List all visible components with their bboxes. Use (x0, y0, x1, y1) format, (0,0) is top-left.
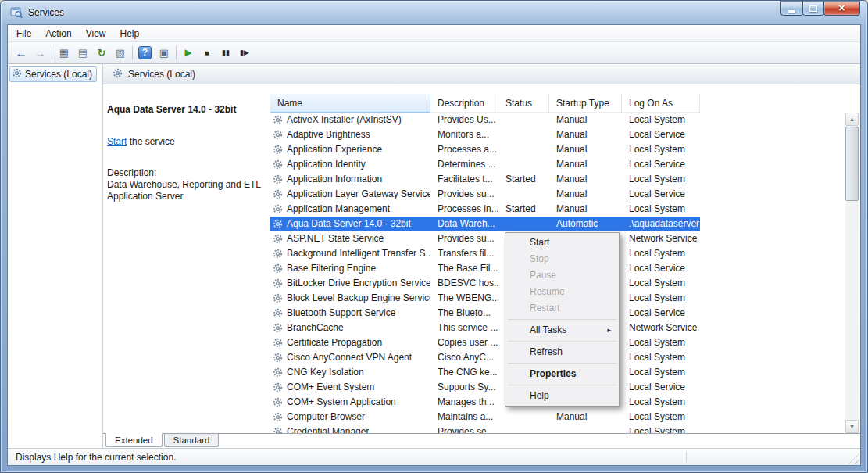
service-row-background-intelligent-transfer-s[interactable]: Background Intelligent Transfer S...Tran… (270, 246, 700, 261)
status-divider (686, 452, 687, 462)
service-row-application-layer-gateway-service[interactable]: Application Layer Gateway ServiceProvide… (270, 187, 700, 202)
properties-icon[interactable]: ▧ (111, 44, 130, 61)
column-header-log-on-as[interactable]: Log On As (622, 94, 700, 113)
service-name-label: BranchCache (287, 321, 344, 335)
service-description-cell: The WBENG... (430, 291, 498, 306)
service-description-cell: Provides su... (430, 231, 498, 246)
menu-file[interactable]: File (9, 26, 38, 41)
service-row-certificate-propagation[interactable]: Certificate PropagationCopies user ...Lo… (270, 335, 700, 350)
service-name-label: Credential Manager (287, 425, 369, 433)
title-bar[interactable]: Services (1, 1, 867, 23)
context-menu-properties[interactable]: Properties (506, 366, 618, 382)
service-row-cisco-anyconnect-vpn-agent[interactable]: Cisco AnyConnect VPN AgentCisco AnyC...L… (270, 350, 700, 365)
service-row-application-experience[interactable]: Application ExperienceProcesses a...Manu… (270, 142, 700, 157)
service-row-aqua-data-server-14-0-32bit[interactable]: Aqua Data Server 14.0 - 32bitData Wareh.… (270, 217, 700, 231)
service-name-cell: COM+ Event System (270, 380, 430, 395)
tree-item-label: Services (Local) (25, 69, 92, 80)
service-gear-icon (273, 338, 283, 348)
context-menu-separator (508, 319, 616, 320)
client-area: FileActionViewHelp ←→▦▤↻▧?▣▶■▮▮▮▶ Servic… (7, 24, 861, 466)
service-startup-type-cell: Manual (549, 157, 622, 172)
service-name-label: Bluetooth Support Service (287, 306, 395, 321)
service-description-cell: The Base Fil... (430, 261, 498, 276)
show-console-tree-icon[interactable]: ▦ (55, 44, 73, 61)
service-log-on-as-cell: Local Service (622, 157, 700, 172)
service-row-asp-net-state-service[interactable]: ASP.NET State ServiceProvides su...Netwo… (270, 231, 700, 246)
service-row-branchcache[interactable]: BranchCacheThis service ...Network Servi… (270, 321, 700, 335)
scroll-down-button[interactable]: ▼ (845, 420, 859, 433)
service-gear-icon (273, 412, 283, 422)
menu-help[interactable]: Help (113, 26, 147, 41)
close-button[interactable]: × (823, 1, 860, 16)
column-header-startup-type[interactable]: Startup Type (549, 94, 622, 113)
service-startup-type-cell: Manual (549, 172, 622, 187)
service-name-cell: Aqua Data Server 14.0 - 32bit (270, 217, 430, 231)
column-header-description[interactable]: Description (430, 94, 498, 113)
service-status-cell (498, 157, 549, 172)
tab-extended[interactable]: Extended (105, 433, 163, 447)
context-menu-pause: Pause (506, 267, 618, 284)
stop-service-icon[interactable]: ■ (198, 44, 216, 61)
service-gear-icon (273, 234, 283, 244)
service-row-bluetooth-support-service[interactable]: Bluetooth Support ServiceThe Blueto...Lo… (270, 306, 700, 321)
service-log-on-as-cell: Local System (622, 410, 700, 425)
refresh-icon[interactable]: ↻ (92, 44, 111, 61)
service-description-cell: Provides su... (430, 187, 498, 202)
start-service-link[interactable]: Start (107, 136, 127, 147)
menu-view[interactable]: View (79, 26, 113, 41)
service-row-cng-key-isolation[interactable]: CNG Key IsolationThe CNG ke...Local Syst… (270, 365, 700, 380)
service-gear-icon (273, 219, 283, 229)
service-row-block-level-backup-engine-service[interactable]: Block Level Backup Engine ServiceThe WBE… (270, 291, 700, 306)
service-startup-type-cell (549, 425, 622, 433)
service-gear-icon (273, 145, 283, 155)
service-row-bitlocker-drive-encryption-service[interactable]: BitLocker Drive Encryption ServiceBDESVC… (270, 276, 700, 291)
minimize-icon (788, 10, 795, 13)
service-name-cell: Application Identity (270, 157, 430, 172)
service-row-base-filtering-engine[interactable]: Base Filtering EngineThe Base Fil...Loca… (270, 261, 700, 276)
service-row-adaptive-brightness[interactable]: Adaptive BrightnessMonitors a...ManualLo… (270, 127, 700, 142)
service-log-on-as-cell: Local System (622, 142, 700, 157)
tree-item-services-local[interactable]: Services (Local) (9, 66, 97, 82)
service-status-cell (498, 217, 549, 231)
table-header: NameDescriptionStatusStartup TypeLog On … (270, 94, 860, 113)
service-log-on-as-cell: Local System (622, 425, 700, 433)
column-header-status[interactable]: Status (498, 94, 549, 113)
vertical-scrollbar[interactable]: ▲ ▼ (845, 113, 859, 433)
context-menu-all-tasks[interactable]: All Tasks▸ (506, 322, 618, 339)
restart-service-icon[interactable]: ▮▶ (235, 44, 254, 61)
main-area: Services (Local) Services (Local) Aqu (8, 63, 860, 448)
resize-grip[interactable] (848, 453, 859, 464)
tab-standard[interactable]: Standard (164, 434, 220, 447)
forward-icon[interactable]: → (30, 44, 49, 61)
service-row-computer-browser[interactable]: Computer BrowserMaintains a...ManualLoca… (270, 410, 700, 425)
details-panel: Services (Local) Aqua Data Server 14.0 -… (103, 64, 860, 448)
help-icon[interactable]: ? (138, 46, 152, 59)
service-row-com-system-application[interactable]: COM+ System ApplicationManages th...Loca… (270, 395, 700, 410)
service-row-application-identity[interactable]: Application IdentityDetermines ...Manual… (270, 157, 700, 172)
description-label: Description: (107, 167, 264, 178)
service-row-application-information[interactable]: Application InformationFacilitates t...S… (270, 172, 700, 187)
maximize-button[interactable] (802, 1, 824, 16)
context-menu-start[interactable]: Start (506, 235, 618, 251)
context-menu-help[interactable]: Help (506, 388, 618, 404)
scroll-thumb[interactable] (845, 127, 859, 201)
window-controls: × (781, 1, 860, 16)
service-row-activex-installer-axinstsv[interactable]: ActiveX Installer (AxInstSV)Provides Us.… (270, 113, 700, 127)
display-icon[interactable]: ▣ (155, 44, 173, 61)
scroll-up-button[interactable]: ▲ (845, 113, 859, 126)
pause-service-icon[interactable]: ▮▮ (216, 44, 235, 61)
minimize-button[interactable] (780, 1, 803, 16)
service-row-credential-manager[interactable]: Credential ManagerProvides se...Local Sy… (270, 425, 700, 433)
context-menu-refresh[interactable]: Refresh (506, 344, 618, 360)
column-header-name[interactable]: Name (270, 94, 430, 113)
start-service-icon[interactable]: ▶ (179, 44, 198, 61)
service-row-application-management[interactable]: Application ManagementProcesses in...Sta… (270, 202, 700, 217)
window-title: Services (28, 7, 64, 18)
menu-action[interactable]: Action (38, 26, 78, 41)
back-icon[interactable]: ← (12, 44, 30, 61)
export-list-icon[interactable]: ▤ (73, 44, 92, 61)
service-row-com-event-system[interactable]: COM+ Event SystemSupports Sy...Local Ser… (270, 380, 700, 395)
service-startup-type-cell: Manual (549, 142, 622, 157)
service-gear-icon (273, 278, 283, 288)
service-name-label: ActiveX Installer (AxInstSV) (287, 113, 402, 127)
